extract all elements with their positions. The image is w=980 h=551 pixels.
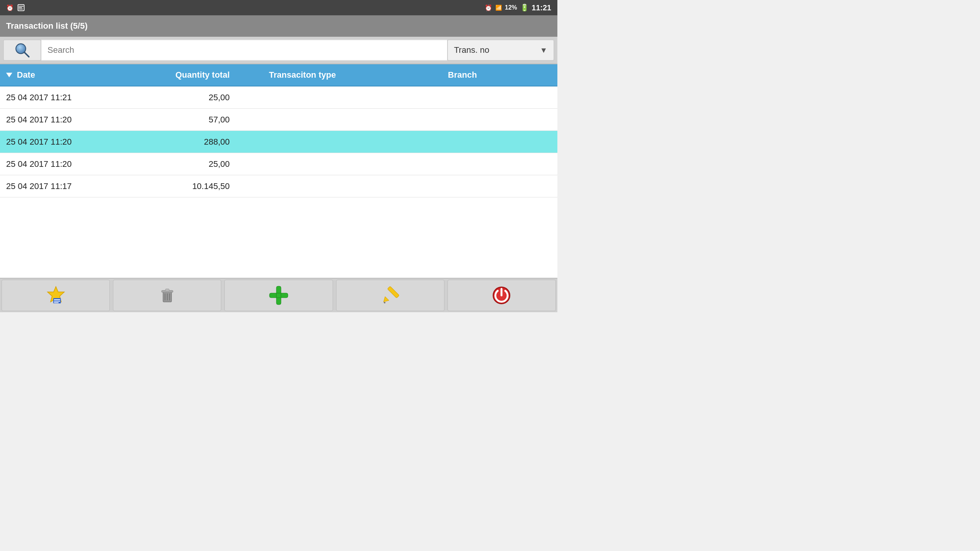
- add-icon: [267, 284, 290, 307]
- dropdown-arrow-icon: ▼: [540, 46, 547, 55]
- alarm-icon: ⏰: [6, 4, 14, 11]
- favorites-icon: [46, 285, 66, 306]
- svg-line-5: [24, 52, 29, 57]
- header-branch[interactable]: Branch: [368, 70, 557, 80]
- table-row[interactable]: 25 04 2017 11:20 25,00: [0, 153, 557, 175]
- row-quantity: 25,00: [130, 93, 237, 103]
- row-date: 25 04 2017 11:20: [0, 159, 130, 169]
- add-button[interactable]: [224, 280, 333, 311]
- edit-icon: [380, 285, 400, 306]
- svg-rect-3: [19, 9, 23, 10]
- exit-button[interactable]: [448, 280, 556, 311]
- table-row[interactable]: 25 04 2017 11:17 10.145,50: [0, 175, 557, 197]
- signal-icon: 📶: [495, 5, 502, 11]
- svg-rect-13: [165, 289, 169, 291]
- svg-rect-21: [387, 286, 399, 298]
- row-quantity: 57,00: [130, 115, 237, 125]
- delete-icon: [157, 285, 178, 306]
- time-display: 11:21: [532, 3, 551, 12]
- svg-rect-2: [19, 7, 22, 8]
- table-row[interactable]: 25 04 2017 11:21 25,00: [0, 86, 557, 109]
- exit-icon: [491, 285, 512, 306]
- page-title: Transaction list (5/5): [6, 21, 88, 31]
- header-quantity[interactable]: Quantity total: [130, 70, 237, 80]
- row-date: 25 04 2017 11:20: [0, 115, 130, 125]
- row-quantity: 288,00: [130, 137, 237, 147]
- row-date: 25 04 2017 11:21: [0, 93, 130, 103]
- battery-icon: 🔋: [520, 3, 529, 12]
- filter-label: Trans. no: [454, 45, 489, 55]
- svg-marker-22: [384, 297, 389, 302]
- title-bar: Transaction list (5/5): [0, 15, 557, 37]
- search-button[interactable]: [3, 39, 41, 61]
- svg-rect-8: [54, 299, 60, 300]
- row-quantity: 10.145,50: [130, 181, 237, 191]
- row-date: 25 04 2017 11:20: [0, 137, 130, 147]
- search-input[interactable]: [41, 39, 447, 61]
- favorites-button[interactable]: [2, 280, 110, 311]
- svg-rect-18: [270, 293, 288, 298]
- battery-percent: 12%: [505, 4, 517, 11]
- edit-button[interactable]: [336, 280, 444, 311]
- delete-button[interactable]: [113, 280, 221, 311]
- table-body: 25 04 2017 11:21 25,00 25 04 2017 11:20 …: [0, 86, 557, 197]
- status-bar: ⏰ ⏰ 📶 12% 🔋 11:21: [0, 0, 557, 15]
- table-container: Date Quantity total Transaciton type Bra…: [0, 64, 557, 278]
- search-bar: Trans. no ▼: [0, 37, 557, 64]
- svg-rect-10: [54, 302, 59, 303]
- search-icon: [14, 42, 31, 59]
- bottom-toolbar: [0, 278, 557, 312]
- table-row[interactable]: 25 04 2017 11:20 288,00: [0, 131, 557, 153]
- notification-icon: [18, 4, 24, 11]
- filter-dropdown[interactable]: Trans. no ▼: [447, 39, 554, 61]
- row-date: 25 04 2017 11:17: [0, 181, 130, 191]
- svg-rect-9: [54, 301, 60, 302]
- table-header: Date Quantity total Transaciton type Bra…: [0, 64, 557, 86]
- row-quantity: 25,00: [130, 159, 237, 169]
- alarm-status: ⏰: [485, 4, 492, 11]
- sort-arrow-icon: [6, 73, 12, 77]
- svg-marker-23: [384, 302, 386, 303]
- header-transaction-type[interactable]: Transaciton type: [237, 70, 368, 80]
- table-row[interactable]: 25 04 2017 11:20 57,00: [0, 109, 557, 131]
- header-date[interactable]: Date: [0, 70, 130, 80]
- svg-rect-1: [19, 6, 24, 7]
